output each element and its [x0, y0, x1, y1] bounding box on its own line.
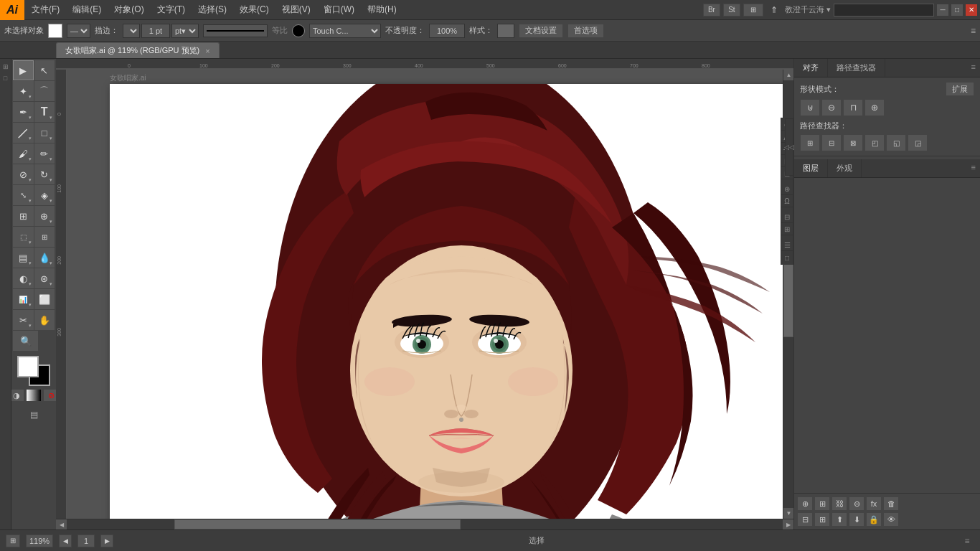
slice-tool[interactable]: ✂ ▾ — [13, 310, 34, 330]
color-icon[interactable]: ◑ — [11, 389, 24, 402]
document-tab[interactable]: 女歌唱家.ai @ 119% (RGB/GPU 预览) × — [56, 42, 220, 58]
stroke-value-input[interactable] — [141, 24, 170, 38]
minus-back-btn[interactable]: ◲ — [908, 134, 928, 151]
eraser-tool[interactable]: ⊘ ▾ — [13, 164, 34, 184]
free-transform-tool[interactable]: ⊞ — [13, 206, 34, 226]
screen-mode-btn[interactable]: ▤ — [13, 407, 55, 423]
stroke-unit-select[interactable]: pt▾ — [171, 24, 199, 38]
stock-button[interactable]: St — [723, 4, 740, 17]
fill-color-box[interactable] — [17, 356, 39, 377]
menu-edit[interactable]: 编辑(E) — [67, 2, 107, 17]
group-icon[interactable]: ⊞ — [814, 496, 830, 511]
mask-icon[interactable]: ⊖ — [849, 496, 864, 511]
zoom-tool[interactable]: 🔍 — [13, 331, 38, 351]
stroke-color-swatch[interactable] — [292, 24, 305, 37]
stroke-style-select[interactable]: — — [67, 24, 90, 38]
style-swatch[interactable] — [497, 24, 514, 38]
expand-icon[interactable]: ⊟ — [797, 512, 813, 527]
divide-btn[interactable]: ⊞ — [800, 134, 820, 151]
artboard-tool[interactable]: ⬜ — [34, 289, 55, 309]
more-options-icon[interactable]: ≡ — [971, 26, 976, 36]
artboard-panel-strip-icon[interactable]: □ — [781, 252, 793, 263]
warp-tool[interactable]: ◈ ▾ — [34, 185, 55, 205]
gradient-icon[interactable] — [26, 389, 42, 402]
glyphs-strip-icon[interactable]: Ω — [781, 196, 793, 207]
layers-panel-strip-icon[interactable]: ☰ — [781, 240, 793, 251]
outline-btn[interactable]: ◱ — [886, 134, 906, 151]
shape-builder-tool[interactable]: ⊕ ▾ — [34, 206, 55, 226]
merge-btn[interactable]: ⊠ — [843, 134, 863, 151]
artboard-strip-icon[interactable]: □ — [1, 73, 11, 83]
magic-wand-tool[interactable]: ✦ ▾ — [13, 81, 34, 101]
layers-tab[interactable]: 图层 — [794, 159, 828, 177]
scroll-track-h[interactable] — [67, 519, 783, 529]
minus-front-btn[interactable]: ⊖ — [821, 99, 842, 116]
exclude-btn[interactable]: ⊕ — [864, 99, 885, 116]
send-back-icon[interactable]: ⬇ — [849, 512, 864, 527]
perspective-tool[interactable]: ⬚ ▾ — [13, 227, 34, 247]
stroke-value-display[interactable]: ▲ pt▾ — [123, 24, 199, 38]
panel-options-icon-1[interactable]: ≡ — [967, 59, 980, 77]
rectangle-tool[interactable]: □ ▾ — [34, 123, 55, 143]
menu-help[interactable]: 帮助(H) — [362, 2, 402, 17]
menu-file[interactable]: 文件(F) — [26, 2, 65, 17]
fx-icon[interactable]: fx — [866, 496, 882, 511]
zoom-input[interactable] — [26, 534, 53, 547]
page-input[interactable] — [77, 534, 95, 547]
opacity-input[interactable] — [429, 24, 465, 38]
menu-view[interactable]: 视图(V) — [276, 2, 316, 17]
pathfinder-tab[interactable]: 路径查找器 — [828, 59, 885, 77]
graph-tool[interactable]: 📊 ▾ — [13, 289, 34, 309]
visibility-icon[interactable]: 👁 — [883, 512, 899, 527]
hand-tool[interactable]: ✋ — [34, 310, 55, 330]
paintbrush-tool[interactable]: 🖌 ▾ — [13, 143, 34, 164]
collapse-icon[interactable]: ⊞ — [814, 512, 830, 527]
align-strip-icon[interactable]: ⊟ — [781, 212, 793, 223]
menu-type[interactable]: 文字(T) — [151, 2, 191, 17]
scroll-right-arrow[interactable]: ▶ — [783, 519, 793, 530]
opacity-value-display[interactable] — [429, 24, 465, 38]
delete-icon[interactable]: 🗑 — [883, 496, 899, 511]
layout-icon[interactable]: ⊞ — [743, 4, 763, 17]
select-tool[interactable]: ▶ — [13, 60, 34, 80]
brush-select[interactable]: Touch C... — [309, 24, 381, 38]
menu-object[interactable]: 对象(O) — [108, 2, 149, 17]
bring-front-icon[interactable]: ⬆ — [831, 512, 847, 527]
maximize-button[interactable]: □ — [951, 4, 963, 16]
scroll-thumb-h[interactable] — [174, 519, 461, 529]
new-layer-icon[interactable]: ⊕ — [797, 496, 813, 511]
scroll-up-arrow[interactable]: ▲ — [783, 70, 793, 80]
stroke-amount-select[interactable]: ▲ — [123, 24, 140, 38]
layers-strip-icon[interactable]: ⊞ — [1, 62, 11, 72]
page-preview-icon[interactable]: ⊞ — [6, 534, 20, 547]
search-input[interactable] — [834, 4, 934, 17]
panel-collapse-strip[interactable]: ◁◁ — [785, 118, 793, 176]
lock-icon[interactable]: 🔒 — [866, 512, 882, 527]
link-icon[interactable]: ⛓ — [831, 496, 847, 511]
line-tool[interactable]: | ▾ — [13, 123, 34, 143]
align-tab[interactable]: 对齐 — [794, 59, 828, 77]
expand-button[interactable]: 扩展 — [946, 82, 974, 96]
gradient-tool[interactable]: ▤ ▾ — [13, 248, 34, 268]
ai-logo[interactable]: Ai — [0, 0, 24, 20]
minimize-button[interactable]: ─ — [937, 4, 948, 16]
zoom-display[interactable] — [26, 534, 53, 547]
blend-tool[interactable]: ◐ ▾ — [13, 268, 34, 288]
fill-color-swatch[interactable] — [48, 24, 62, 38]
unite-btn[interactable]: ⊎ — [800, 99, 820, 116]
mesh-tool[interactable]: ⊞ — [34, 227, 55, 247]
crop-btn[interactable]: ◰ — [864, 134, 885, 151]
symbol-strip-icon[interactable]: ⊛ — [781, 184, 793, 195]
rotate-tool[interactable]: ↻ ▾ — [34, 164, 55, 184]
next-page-btn[interactable]: ▶ — [100, 534, 113, 547]
scroll-down-arrow[interactable]: ▼ — [783, 508, 793, 519]
type-tool[interactable]: T ▾ — [34, 102, 55, 122]
menu-select[interactable]: 选择(S) — [192, 2, 232, 17]
status-right-options[interactable]: ≡ — [960, 534, 974, 547]
prefs-button[interactable]: 首选项 — [567, 24, 604, 38]
pen-tool[interactable]: ✒ ▾ — [13, 102, 34, 122]
intersect-btn[interactable]: ⊓ — [843, 99, 863, 116]
prev-page-btn[interactable]: ◀ — [59, 534, 72, 547]
tab-close-btn[interactable]: × — [205, 47, 209, 55]
pencil-tool[interactable]: ✏ ▾ — [34, 143, 55, 164]
